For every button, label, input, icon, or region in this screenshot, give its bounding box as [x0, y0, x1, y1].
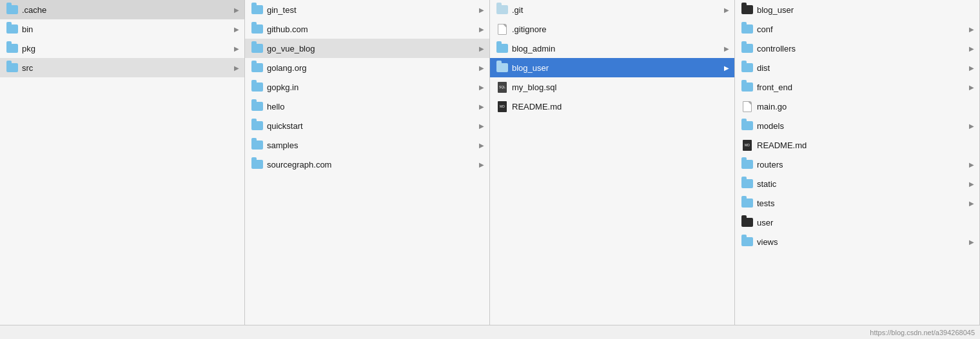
item-label: README.md: [512, 102, 729, 111]
list-item-readme_md_4[interactable]: MDREADME.md: [735, 135, 979, 155]
list-item-routers[interactable]: routers▶: [735, 155, 979, 174]
item-label: gin_test: [267, 5, 479, 15]
list-item-tests[interactable]: tests▶: [735, 193, 979, 213]
list-item-golang_org[interactable]: golang.org▶: [245, 58, 489, 77]
item-label: pkg: [22, 44, 234, 53]
column-2: gin_test▶github.com▶go_vue_blog▶golang.o…: [245, 0, 490, 325]
item-label: gopkg.in: [267, 82, 479, 92]
status-url: https://blog.csdn.net/a394268045: [870, 329, 975, 336]
finder-window: .cache▶bin▶pkg▶src▶ gin_test▶github.com▶…: [0, 0, 980, 325]
item-label: user: [757, 218, 974, 228]
expand-arrow-icon: ▶: [969, 122, 974, 130]
expand-arrow-icon: ▶: [724, 64, 729, 72]
folder-icon: [741, 198, 753, 208]
column-1: .cache▶bin▶pkg▶src▶: [0, 0, 245, 325]
list-item-views[interactable]: views▶: [735, 232, 979, 251]
column-4: blog_userconf▶controllers▶dist▶front_end…: [735, 0, 980, 325]
item-label: go_vue_blog: [267, 44, 479, 53]
list-item-readme_md_3[interactable]: MDREADME.md: [490, 97, 734, 116]
expand-arrow-icon: ▶: [479, 84, 484, 91]
list-item-static[interactable]: static▶: [735, 174, 979, 193]
list-item-models[interactable]: models▶: [735, 116, 979, 135]
expand-arrow-icon: ▶: [479, 103, 484, 110]
list-item-quickstart[interactable]: quickstart▶: [245, 116, 489, 135]
expand-arrow-icon: ▶: [479, 142, 484, 149]
expand-arrow-icon: ▶: [969, 180, 974, 188]
folder-icon: [251, 5, 263, 15]
expand-arrow-icon: ▶: [724, 45, 729, 52]
list-item-main_go[interactable]: main.go: [735, 97, 979, 116]
folder-icon: [251, 121, 263, 131]
folder-icon: [251, 24, 263, 34]
expand-arrow-icon: ▶: [234, 45, 239, 52]
item-label: tests: [757, 199, 969, 208]
list-item-blog_user_folder[interactable]: blog_user: [735, 0, 979, 19]
list-item-dist[interactable]: dist▶: [735, 58, 979, 77]
folder-icon: [6, 24, 18, 34]
item-label: hello: [267, 102, 479, 111]
folder-icon: [6, 5, 18, 15]
file-md-icon: MD: [496, 101, 508, 111]
expand-arrow-icon: ▶: [724, 6, 729, 14]
folder-icon: [741, 237, 753, 247]
folder-dark-icon: [741, 217, 753, 228]
list-item-blog_user[interactable]: blog_user▶: [490, 58, 734, 77]
list-item-github_com[interactable]: github.com▶: [245, 19, 489, 39]
list-item-src[interactable]: src▶: [0, 58, 244, 77]
folder-icon: [741, 24, 753, 34]
expand-arrow-icon: ▶: [969, 161, 974, 168]
list-item-conf[interactable]: conf▶: [735, 19, 979, 39]
list-item-hello[interactable]: hello▶: [245, 97, 489, 116]
item-label: models: [757, 121, 969, 131]
item-label: golang.org: [267, 63, 479, 73]
list-item-samples[interactable]: samples▶: [245, 135, 489, 155]
expand-arrow-icon: ▶: [969, 26, 974, 33]
item-label: main.go: [757, 102, 974, 111]
file-white-icon: [741, 101, 753, 111]
list-item-gopkg_in[interactable]: gopkg.in▶: [245, 77, 489, 97]
folder-icon: [251, 43, 263, 53]
list-item-pkg[interactable]: pkg▶: [0, 39, 244, 58]
folder-icon: [251, 140, 263, 150]
folder-icon: [251, 101, 263, 111]
expand-arrow-icon: ▶: [969, 200, 974, 207]
expand-arrow-icon: ▶: [479, 6, 484, 14]
item-label: README.md: [757, 140, 974, 150]
list-item-sourcegraph_com[interactable]: sourcegraph.com▶: [245, 155, 489, 174]
folder-icon: [741, 121, 753, 131]
item-label: static: [757, 179, 969, 189]
folder-icon: [496, 63, 508, 73]
item-label: dist: [757, 63, 969, 73]
list-item-cache[interactable]: .cache▶: [0, 0, 244, 19]
list-item-bin[interactable]: bin▶: [0, 19, 244, 39]
folder-icon: [251, 82, 263, 92]
list-item-user[interactable]: user: [735, 213, 979, 232]
expand-arrow-icon: ▶: [969, 238, 974, 246]
folder-icon: [496, 43, 508, 53]
list-item-go_vue_blog[interactable]: go_vue_blog▶: [245, 39, 489, 58]
folder-dark-icon: [741, 5, 753, 15]
item-label: src: [22, 63, 234, 73]
status-bar: https://blog.csdn.net/a394268045: [0, 325, 980, 339]
folder-icon: [6, 43, 18, 53]
item-label: .git: [512, 5, 724, 15]
expand-arrow-icon: ▶: [234, 64, 239, 72]
list-item-git[interactable]: .git▶: [490, 0, 734, 19]
list-item-blog_admin[interactable]: blog_admin▶: [490, 39, 734, 58]
list-item-my_blog_sql[interactable]: SQLmy_blog.sql: [490, 77, 734, 97]
expand-arrow-icon: ▶: [479, 122, 484, 130]
item-label: .gitignore: [512, 24, 729, 34]
item-label: bin: [22, 24, 234, 34]
list-item-gitignore[interactable]: .gitignore: [490, 19, 734, 39]
column-3: .git▶.gitignoreblog_admin▶blog_user▶SQLm…: [490, 0, 735, 325]
list-item-controllers[interactable]: controllers▶: [735, 39, 979, 58]
file-white-icon: [496, 24, 508, 34]
expand-arrow-icon: ▶: [969, 64, 974, 72]
item-label: routers: [757, 160, 969, 170]
item-label: conf: [757, 24, 969, 34]
item-label: controllers: [757, 44, 969, 53]
expand-arrow-icon: ▶: [234, 26, 239, 33]
folder-icon: [6, 63, 18, 73]
list-item-front_end[interactable]: front_end▶: [735, 77, 979, 97]
list-item-gin_test[interactable]: gin_test▶: [245, 0, 489, 19]
